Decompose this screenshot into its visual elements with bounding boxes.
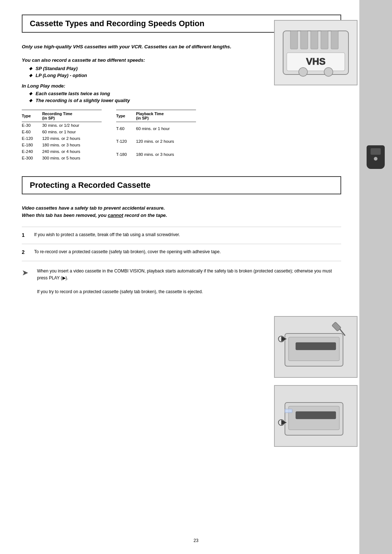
- step-1: 1 If you wish to protect a cassette, bre…: [22, 227, 341, 244]
- type-cell: E-180: [22, 142, 42, 148]
- right-sidebar: [359, 0, 392, 554]
- svg-rect-14: [332, 322, 341, 331]
- time-cell: 180 mins. or 3 hours: [42, 142, 102, 148]
- svg-rect-4: [321, 31, 328, 49]
- tables-row: Type Recording Time (in SP) E-3030 mins.…: [22, 110, 341, 162]
- type-cell: E-300: [22, 155, 42, 162]
- time-cell: 240 mins. or 4 hours: [42, 148, 102, 155]
- svg-text:VHS: VHS: [306, 56, 325, 67]
- step-1-text: If you wish to protect a cassette, break…: [34, 231, 180, 239]
- type-cell: E-30: [22, 122, 42, 129]
- speed-item-sp: SP (Standard Play): [29, 66, 341, 71]
- time-cell: 30 mins. or 1/2 hour: [42, 122, 102, 129]
- time-cell: 60 mins. or 1 hour: [42, 129, 102, 135]
- note-arrow-icon: ➤: [22, 266, 32, 296]
- note-block: ➤ When you insert a video cassette in th…: [22, 268, 341, 296]
- table2-col1-header: Type: [116, 110, 136, 122]
- type-cell: T-60: [116, 122, 136, 135]
- svg-rect-3: [311, 31, 318, 49]
- cassette-image-top: [274, 316, 358, 378]
- time-cell: 60 mins. or 1 hour: [136, 122, 196, 135]
- type-cell: E-120: [22, 135, 42, 142]
- section2-title: Protecting a Recorded Cassette: [22, 176, 341, 194]
- section2-intro-line1: Video cassettes have a safety tab to pre…: [22, 205, 165, 211]
- table-row: T-120120 mins. or 2 hours: [116, 135, 196, 148]
- table-row: T-6060 mins. or 1 hour: [116, 122, 196, 135]
- step-2-text: To re-record over a protected cassette (…: [34, 248, 221, 256]
- cannot-underline: cannot: [108, 213, 123, 218]
- svg-rect-5: [331, 31, 338, 49]
- cassette-image-bottom: [274, 385, 358, 447]
- time-cell: 120 mins. or 2 hours: [136, 135, 196, 148]
- recording-time-table: Type Recording Time (in SP) E-3030 mins.…: [22, 110, 102, 162]
- cassette-images: [274, 316, 358, 447]
- table-row: E-6060 mins. or 1 hour: [22, 129, 102, 135]
- table2-col2-header: Playback Time (in SP): [136, 110, 196, 122]
- table-row: T-180180 mins. or 3 hours: [116, 148, 196, 162]
- table-row: E-120120 mins. or 2 hours: [22, 135, 102, 142]
- table1-col2-header: Recording Time (in SP): [42, 110, 102, 122]
- section2-text: Video cassettes have a safety tab to pre…: [22, 205, 341, 296]
- time-cell: 180 mins. or 3 hours: [136, 148, 196, 162]
- type-cell: T-120: [116, 135, 136, 148]
- type-cell: T-180: [116, 148, 136, 162]
- remote-control-icon: [367, 145, 385, 169]
- section2-layout: Video cassettes have a safety tab to pre…: [22, 205, 341, 296]
- step-2: 2 To re-record over a protected cassette…: [22, 244, 341, 261]
- numbered-steps: 1 If you wish to protect a cassette, bre…: [22, 227, 341, 261]
- long-play-bullet-1: Each cassette lasts twice as long: [29, 91, 341, 96]
- time-cell: 120 mins. or 2 hours: [42, 135, 102, 142]
- speed-item-lp: LP (Long Play) - option: [29, 73, 341, 78]
- svg-rect-20: [285, 409, 292, 413]
- svg-rect-12: [296, 343, 336, 350]
- long-play-bullet-2: The recording is of a slightly lower qua…: [29, 98, 341, 103]
- section2-intro: Video cassettes have a safety tab to pre…: [22, 205, 341, 220]
- playback-time-table: Type Playback Time (in SP) T-6060 mins. …: [116, 110, 196, 162]
- type-cell: E-60: [22, 129, 42, 135]
- table-row: E-3030 mins. or 1/2 hour: [22, 122, 102, 129]
- svg-rect-2: [301, 31, 308, 49]
- svg-rect-1: [290, 31, 298, 49]
- page-number: 23: [193, 538, 198, 543]
- time-cell: 300 mins. or 5 hours: [42, 155, 102, 162]
- section2-block: Protecting a Recorded Cassette Video cas…: [22, 176, 341, 296]
- table-row: E-300300 mins. or 5 hours: [22, 155, 102, 162]
- table1-col1-header: Type: [22, 110, 42, 122]
- step-1-number: 1: [22, 231, 28, 239]
- type-cell: E-240: [22, 148, 42, 155]
- section2-intro-line2-suffix: record on the tape.: [123, 213, 167, 218]
- table-row: E-180180 mins. or 3 hours: [22, 142, 102, 148]
- table-row: E-240240 mins. or 4 hours: [22, 148, 102, 155]
- note-text: When you insert a video cassette in the …: [37, 268, 341, 296]
- svg-rect-19: [296, 412, 336, 419]
- long-play-bullets: Each cassette lasts twice as long The re…: [29, 91, 341, 103]
- step-2-number: 2: [22, 248, 28, 256]
- section2-intro-line2: When this tab has been removed, you cann…: [22, 213, 167, 218]
